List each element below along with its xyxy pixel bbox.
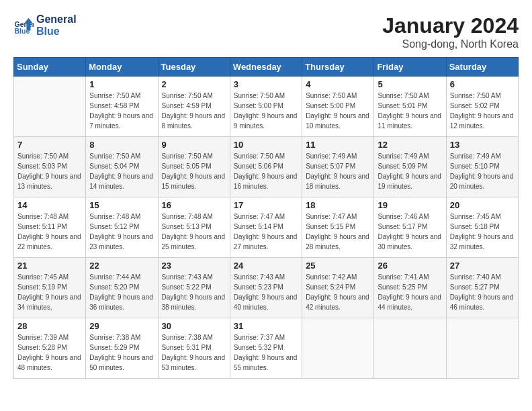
day-number: 12 bbox=[378, 140, 442, 150]
day-number: 29 bbox=[89, 321, 154, 331]
calendar-cell: 6Sunrise: 7:50 AMSunset: 5:02 PMDaylight… bbox=[446, 77, 518, 137]
calendar-cell: 8Sunrise: 7:50 AMSunset: 5:04 PMDaylight… bbox=[86, 137, 158, 197]
logo-line1: General bbox=[36, 13, 77, 26]
day-info: Sunrise: 7:50 AMSunset: 4:58 PMDaylight:… bbox=[89, 91, 154, 131]
day-header-wednesday: Wednesday bbox=[230, 58, 302, 77]
logo-line2: Blue bbox=[36, 26, 77, 38]
day-info: Sunrise: 7:38 AMSunset: 5:29 PMDaylight:… bbox=[89, 332, 154, 373]
day-number: 8 bbox=[89, 140, 154, 150]
calendar-cell: 31Sunrise: 7:37 AMSunset: 5:32 PMDayligh… bbox=[230, 318, 302, 379]
calendar-cell: 29Sunrise: 7:38 AMSunset: 5:29 PMDayligh… bbox=[86, 318, 158, 379]
page-header: General Blue General Blue January 2024 S… bbox=[13, 13, 519, 50]
calendar-cell: 25Sunrise: 7:42 AMSunset: 5:24 PMDayligh… bbox=[302, 258, 374, 318]
day-header-friday: Friday bbox=[374, 58, 446, 77]
calendar-cell: 2Sunrise: 7:50 AMSunset: 4:59 PMDaylight… bbox=[158, 77, 230, 137]
calendar-header-row: SundayMondayTuesdayWednesdayThursdayFrid… bbox=[14, 58, 519, 77]
day-info: Sunrise: 7:50 AMSunset: 5:04 PMDaylight:… bbox=[89, 151, 154, 191]
calendar-cell: 13Sunrise: 7:49 AMSunset: 5:10 PMDayligh… bbox=[446, 137, 518, 197]
day-number: 3 bbox=[234, 79, 298, 89]
calendar-cell: 17Sunrise: 7:47 AMSunset: 5:14 PMDayligh… bbox=[230, 197, 302, 258]
logo-icon: General Blue bbox=[13, 15, 34, 36]
day-header-thursday: Thursday bbox=[302, 58, 374, 77]
calendar-cell: 23Sunrise: 7:43 AMSunset: 5:22 PMDayligh… bbox=[158, 258, 230, 318]
day-number: 7 bbox=[17, 140, 82, 150]
day-number: 31 bbox=[234, 321, 298, 331]
day-number: 13 bbox=[450, 140, 515, 150]
day-number: 4 bbox=[306, 79, 370, 89]
day-number: 15 bbox=[89, 200, 154, 210]
day-info: Sunrise: 7:43 AMSunset: 5:22 PMDaylight:… bbox=[162, 272, 226, 312]
calendar-table: SundayMondayTuesdayWednesdayThursdayFrid… bbox=[13, 57, 519, 379]
day-number: 1 bbox=[89, 79, 154, 89]
day-number: 16 bbox=[162, 200, 226, 210]
day-number: 26 bbox=[378, 261, 442, 271]
calendar-cell: 27Sunrise: 7:40 AMSunset: 5:27 PMDayligh… bbox=[446, 258, 518, 318]
calendar-cell: 26Sunrise: 7:41 AMSunset: 5:25 PMDayligh… bbox=[374, 258, 446, 318]
day-info: Sunrise: 7:48 AMSunset: 5:12 PMDaylight:… bbox=[89, 212, 154, 252]
calendar-cell: 30Sunrise: 7:38 AMSunset: 5:31 PMDayligh… bbox=[158, 318, 230, 379]
month-title: January 2024 bbox=[382, 13, 519, 38]
day-header-tuesday: Tuesday bbox=[158, 58, 230, 77]
calendar-cell: 19Sunrise: 7:46 AMSunset: 5:17 PMDayligh… bbox=[374, 197, 446, 258]
calendar-cell: 5Sunrise: 7:50 AMSunset: 5:01 PMDaylight… bbox=[374, 77, 446, 137]
calendar-cell: 24Sunrise: 7:43 AMSunset: 5:23 PMDayligh… bbox=[230, 258, 302, 318]
day-info: Sunrise: 7:50 AMSunset: 5:02 PMDaylight:… bbox=[450, 91, 515, 131]
calendar-cell: 21Sunrise: 7:45 AMSunset: 5:19 PMDayligh… bbox=[14, 258, 86, 318]
calendar-cell bbox=[446, 318, 518, 379]
calendar-cell bbox=[374, 318, 446, 379]
day-info: Sunrise: 7:50 AMSunset: 4:59 PMDaylight:… bbox=[162, 91, 226, 131]
calendar-cell bbox=[302, 318, 374, 379]
calendar-cell: 14Sunrise: 7:48 AMSunset: 5:11 PMDayligh… bbox=[14, 197, 86, 258]
calendar-week-3: 14Sunrise: 7:48 AMSunset: 5:11 PMDayligh… bbox=[14, 197, 519, 258]
day-number: 19 bbox=[378, 200, 442, 210]
day-info: Sunrise: 7:47 AMSunset: 5:14 PMDaylight:… bbox=[234, 212, 298, 252]
day-number: 17 bbox=[234, 200, 298, 210]
day-info: Sunrise: 7:41 AMSunset: 5:25 PMDaylight:… bbox=[378, 272, 442, 312]
day-info: Sunrise: 7:50 AMSunset: 5:05 PMDaylight:… bbox=[162, 151, 226, 191]
calendar-cell: 10Sunrise: 7:50 AMSunset: 5:06 PMDayligh… bbox=[230, 137, 302, 197]
day-info: Sunrise: 7:46 AMSunset: 5:17 PMDaylight:… bbox=[378, 212, 442, 252]
calendar-cell: 18Sunrise: 7:47 AMSunset: 5:15 PMDayligh… bbox=[302, 197, 374, 258]
day-number: 22 bbox=[89, 261, 154, 271]
day-info: Sunrise: 7:42 AMSunset: 5:24 PMDaylight:… bbox=[306, 272, 370, 312]
day-info: Sunrise: 7:47 AMSunset: 5:15 PMDaylight:… bbox=[306, 212, 370, 252]
day-info: Sunrise: 7:39 AMSunset: 5:28 PMDaylight:… bbox=[17, 332, 82, 373]
calendar-week-4: 21Sunrise: 7:45 AMSunset: 5:19 PMDayligh… bbox=[14, 258, 519, 318]
calendar-cell: 11Sunrise: 7:49 AMSunset: 5:07 PMDayligh… bbox=[302, 137, 374, 197]
calendar-cell: 9Sunrise: 7:50 AMSunset: 5:05 PMDaylight… bbox=[158, 137, 230, 197]
calendar-week-2: 7Sunrise: 7:50 AMSunset: 5:03 PMDaylight… bbox=[14, 137, 519, 197]
day-number: 30 bbox=[162, 321, 226, 331]
day-number: 10 bbox=[234, 140, 298, 150]
day-info: Sunrise: 7:37 AMSunset: 5:32 PMDaylight:… bbox=[234, 332, 298, 373]
day-number: 21 bbox=[17, 261, 82, 271]
day-info: Sunrise: 7:50 AMSunset: 5:03 PMDaylight:… bbox=[17, 151, 82, 191]
calendar-cell: 16Sunrise: 7:48 AMSunset: 5:13 PMDayligh… bbox=[158, 197, 230, 258]
day-info: Sunrise: 7:43 AMSunset: 5:23 PMDaylight:… bbox=[234, 272, 298, 312]
calendar-cell bbox=[14, 77, 86, 137]
day-info: Sunrise: 7:49 AMSunset: 5:07 PMDaylight:… bbox=[306, 151, 370, 191]
day-info: Sunrise: 7:48 AMSunset: 5:11 PMDaylight:… bbox=[17, 212, 82, 252]
calendar-cell: 1Sunrise: 7:50 AMSunset: 4:58 PMDaylight… bbox=[86, 77, 158, 137]
calendar-week-5: 28Sunrise: 7:39 AMSunset: 5:28 PMDayligh… bbox=[14, 318, 519, 379]
calendar-cell: 12Sunrise: 7:49 AMSunset: 5:09 PMDayligh… bbox=[374, 137, 446, 197]
day-info: Sunrise: 7:38 AMSunset: 5:31 PMDaylight:… bbox=[162, 332, 226, 373]
location: Song-dong, North Korea bbox=[382, 38, 519, 50]
day-header-saturday: Saturday bbox=[446, 58, 518, 77]
day-number: 9 bbox=[162, 140, 226, 150]
day-info: Sunrise: 7:49 AMSunset: 5:10 PMDaylight:… bbox=[450, 151, 515, 191]
day-number: 5 bbox=[378, 79, 442, 89]
day-number: 20 bbox=[450, 200, 515, 210]
day-header-monday: Monday bbox=[86, 58, 158, 77]
day-info: Sunrise: 7:50 AMSunset: 5:06 PMDaylight:… bbox=[234, 151, 298, 191]
calendar-week-1: 1Sunrise: 7:50 AMSunset: 4:58 PMDaylight… bbox=[14, 77, 519, 137]
day-header-sunday: Sunday bbox=[14, 58, 86, 77]
day-number: 25 bbox=[306, 261, 370, 271]
day-info: Sunrise: 7:48 AMSunset: 5:13 PMDaylight:… bbox=[162, 212, 226, 252]
calendar-cell: 4Sunrise: 7:50 AMSunset: 5:00 PMDaylight… bbox=[302, 77, 374, 137]
day-info: Sunrise: 7:44 AMSunset: 5:20 PMDaylight:… bbox=[89, 272, 154, 312]
day-info: Sunrise: 7:50 AMSunset: 5:00 PMDaylight:… bbox=[306, 91, 370, 131]
calendar-cell: 3Sunrise: 7:50 AMSunset: 5:00 PMDaylight… bbox=[230, 77, 302, 137]
day-number: 6 bbox=[450, 79, 515, 89]
day-info: Sunrise: 7:50 AMSunset: 5:01 PMDaylight:… bbox=[378, 91, 442, 131]
day-info: Sunrise: 7:49 AMSunset: 5:09 PMDaylight:… bbox=[378, 151, 442, 191]
